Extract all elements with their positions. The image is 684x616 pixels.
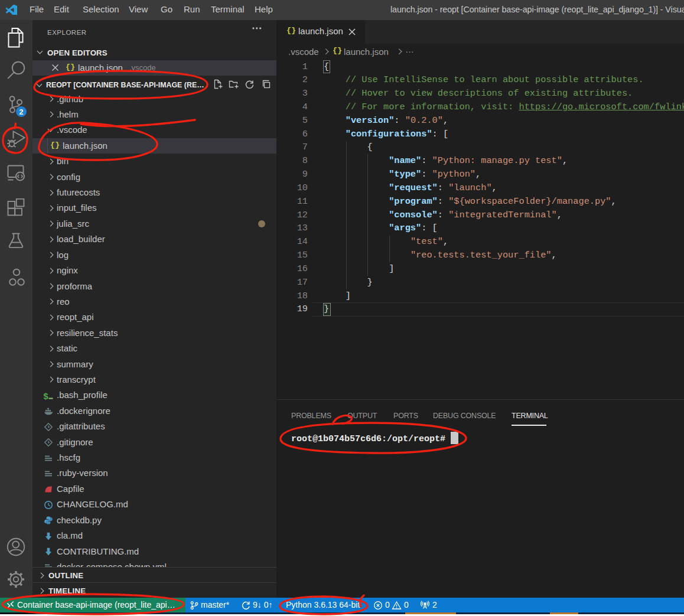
svg-text:$: $ [44,392,48,400]
svg-text:2: 2 [19,108,24,116]
